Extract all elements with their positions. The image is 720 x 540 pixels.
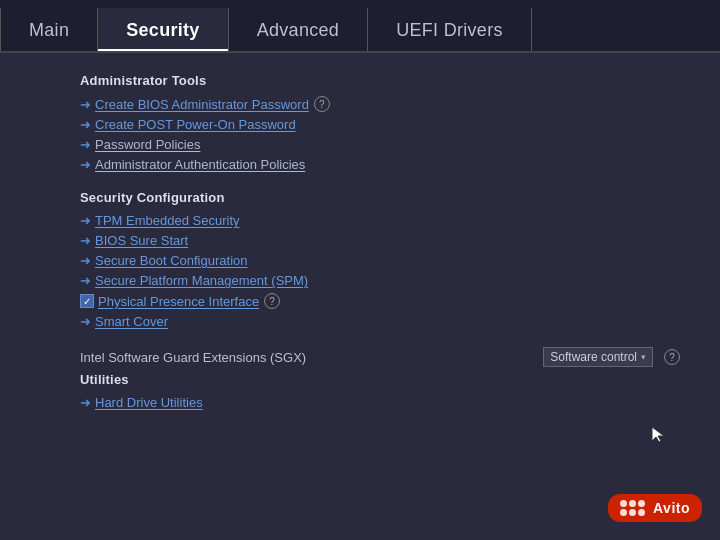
sgx-label: Intel Software Guard Extensions (SGX) xyxy=(80,350,543,365)
arrow-icon: ➜ xyxy=(80,314,91,329)
section-utilities: Utilities ➜ Hard Drive Utilities xyxy=(80,372,680,410)
item-physical-presence[interactable]: Physical Presence Interface ? xyxy=(80,293,680,309)
arrow-icon: ➜ xyxy=(80,213,91,228)
bios-screen: Main Security Advanced UEFI Drivers Admi… xyxy=(0,0,720,540)
sgx-dropdown[interactable]: Software control ▾ xyxy=(543,347,653,367)
arrow-icon: ➜ xyxy=(80,233,91,248)
section-admin-tools-title: Administrator Tools xyxy=(80,73,680,88)
item-label: TPM Embedded Security xyxy=(95,213,240,228)
help-icon[interactable]: ? xyxy=(314,96,330,112)
item-label: Create BIOS Administrator Password xyxy=(95,97,309,112)
arrow-icon: ➜ xyxy=(80,157,91,172)
nav-bar: Main Security Advanced UEFI Drivers xyxy=(0,0,720,53)
tab-security[interactable]: Security xyxy=(98,8,228,51)
item-label: Create POST Power-On Password xyxy=(95,117,296,132)
arrow-icon: ➜ xyxy=(80,253,91,268)
section-utilities-title: Utilities xyxy=(80,372,680,387)
item-hard-drive[interactable]: ➜ Hard Drive Utilities xyxy=(80,395,680,410)
sgx-row: Intel Software Guard Extensions (SGX) So… xyxy=(80,347,680,367)
item-secure-boot[interactable]: ➜ Secure Boot Configuration xyxy=(80,253,680,268)
arrow-icon: ➜ xyxy=(80,117,91,132)
section-security-config: Security Configuration ➜ TPM Embedded Se… xyxy=(80,190,680,329)
tab-advanced[interactable]: Advanced xyxy=(229,8,368,51)
item-create-post-pw[interactable]: ➜ Create POST Power-On Password xyxy=(80,117,680,132)
help-icon[interactable]: ? xyxy=(264,293,280,309)
item-label: Secure Platform Management (SPM) xyxy=(95,273,308,288)
item-smart-cover[interactable]: ➜ Smart Cover xyxy=(80,314,680,329)
item-secure-platform[interactable]: ➜ Secure Platform Management (SPM) xyxy=(80,273,680,288)
item-label: Smart Cover xyxy=(95,314,168,329)
arrow-icon: ➜ xyxy=(80,395,91,410)
item-pw-policies[interactable]: ➜ Password Policies xyxy=(80,137,680,152)
help-icon[interactable]: ? xyxy=(664,349,680,365)
item-label: BIOS Sure Start xyxy=(95,233,188,248)
avito-badge: Avito xyxy=(608,494,702,522)
avito-text: Avito xyxy=(653,500,690,516)
sgx-dropdown-value: Software control xyxy=(550,350,637,364)
item-admin-auth[interactable]: ➜ Administrator Authentication Policies xyxy=(80,157,680,172)
checkbox-icon xyxy=(80,294,94,308)
item-label: Secure Boot Configuration xyxy=(95,253,247,268)
item-create-bios-pw[interactable]: ➜ Create BIOS Administrator Password ? xyxy=(80,96,680,112)
avito-dots-icon xyxy=(620,500,645,516)
tab-uefi[interactable]: UEFI Drivers xyxy=(368,8,532,51)
item-label: Administrator Authentication Policies xyxy=(95,157,305,172)
section-security-config-title: Security Configuration xyxy=(80,190,680,205)
section-admin-tools: Administrator Tools ➜ Create BIOS Admini… xyxy=(80,73,680,172)
chevron-down-icon: ▾ xyxy=(641,352,646,362)
arrow-icon: ➜ xyxy=(80,97,91,112)
item-label: Physical Presence Interface xyxy=(98,294,259,309)
item-label: Password Policies xyxy=(95,137,201,152)
tab-main[interactable]: Main xyxy=(0,8,98,51)
arrow-icon: ➜ xyxy=(80,137,91,152)
item-bios-sure-start[interactable]: ➜ BIOS Sure Start xyxy=(80,233,680,248)
content-area: Administrator Tools ➜ Create BIOS Admini… xyxy=(0,53,720,540)
item-label: Hard Drive Utilities xyxy=(95,395,203,410)
arrow-icon: ➜ xyxy=(80,273,91,288)
item-tpm-embedded[interactable]: ➜ TPM Embedded Security xyxy=(80,213,680,228)
